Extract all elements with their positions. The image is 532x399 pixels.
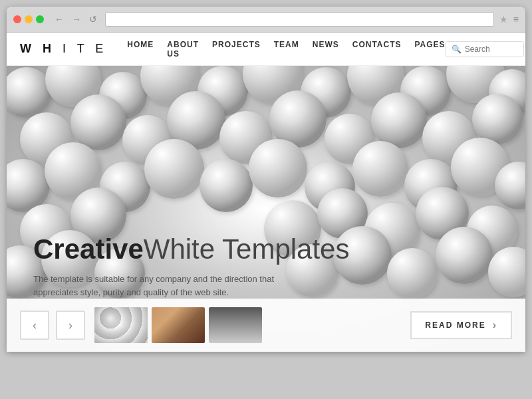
minimize-button[interactable] (25, 15, 33, 23)
forward-button[interactable]: → (69, 13, 84, 26)
hero-section: CreativeWhite Templates The template is … (7, 66, 525, 352)
svg-point-28 (352, 141, 408, 197)
search-input[interactable] (465, 45, 518, 54)
logo-text: W H (20, 42, 55, 56)
site-navbar: W H I T E HOME ABOUT US PROJECTS TEAM NE… (7, 33, 525, 66)
browser-menu-button[interactable]: ≡ (513, 14, 519, 25)
nav-about[interactable]: ABOUT US (167, 40, 199, 59)
thumbnail-strip (94, 307, 262, 343)
logo-text-light: I T E (55, 42, 107, 56)
read-more-label: READ MORE (425, 321, 485, 330)
svg-point-45 (436, 227, 493, 284)
nav-contacts[interactable]: CONTACTS (352, 40, 402, 59)
read-more-button[interactable]: READ MORE › (410, 311, 512, 339)
nav-news[interactable]: NEWS (313, 40, 339, 59)
svg-point-12 (70, 94, 126, 150)
search-box: 🔍 (446, 41, 524, 57)
nav-projects[interactable]: PROJECTS (212, 40, 261, 59)
svg-point-26 (249, 139, 307, 198)
thumbnail-balls[interactable] (94, 307, 148, 343)
reload-button[interactable]: ↺ (86, 13, 100, 26)
close-button[interactable] (13, 15, 21, 23)
nav-home[interactable]: HOME (127, 40, 154, 59)
thumbnail-clouds[interactable] (209, 307, 262, 343)
hero-title-bold: Creative (33, 233, 144, 265)
website-content: W H I T E HOME ABOUT US PROJECTS TEAM NE… (7, 33, 525, 352)
svg-point-18 (371, 92, 427, 148)
address-bar[interactable] (105, 12, 494, 27)
svg-point-20 (472, 94, 523, 144)
svg-point-24 (144, 139, 204, 199)
hero-subtitle: The template is suitable for any company… (33, 273, 286, 299)
arrow-right-icon: › (493, 319, 497, 331)
site-navigation: HOME ABOUT US PROJECTS TEAM NEWS CONTACT… (127, 40, 445, 59)
bookmark-button[interactable]: ★ (499, 14, 508, 25)
hero-title-light: White Templates (144, 233, 350, 265)
browser-titlebar: ← → ↺ ★ ≡ (7, 7, 525, 33)
nav-pages[interactable]: PAGES (415, 40, 446, 59)
hero-content: CreativeWhite Templates The template is … (33, 234, 349, 299)
svg-point-44 (387, 248, 438, 299)
thumbnail-woman[interactable] (152, 307, 205, 343)
traffic-lights (13, 15, 44, 23)
slider-next-button[interactable]: › (56, 311, 85, 340)
back-button[interactable]: ← (52, 13, 66, 26)
browser-nav-buttons: ← → ↺ (52, 13, 100, 26)
hero-title: CreativeWhite Templates (33, 234, 349, 265)
svg-point-21 (7, 159, 50, 212)
search-icon: 🔍 (452, 45, 462, 54)
slider-prev-button[interactable]: ‹ (20, 311, 49, 340)
hero-bottom-bar: ‹ › READ MORE › (7, 299, 525, 352)
svg-point-0 (7, 67, 52, 118)
site-logo: W H I T E (20, 42, 107, 56)
nav-team[interactable]: TEAM (274, 40, 299, 59)
svg-point-25 (200, 159, 253, 212)
browser-window: ← → ↺ ★ ≡ W H I T E HOME ABOUT US PROJEC… (7, 7, 525, 352)
maximize-button[interactable] (36, 15, 44, 23)
